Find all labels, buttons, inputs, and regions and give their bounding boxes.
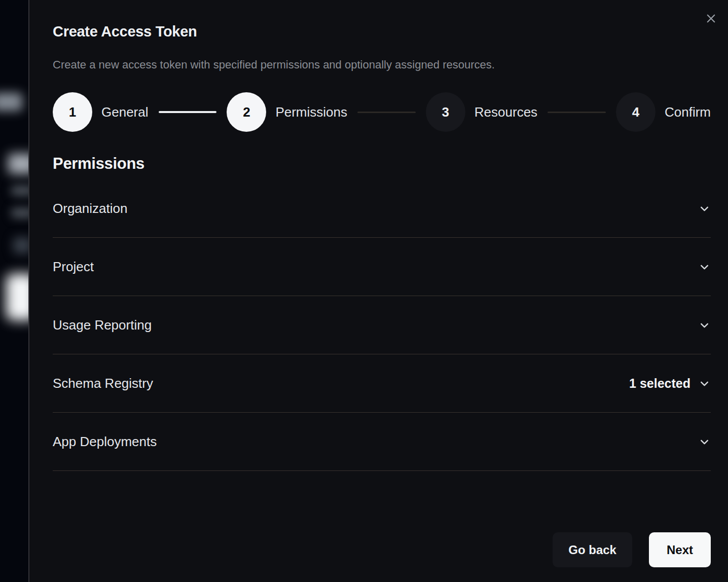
- create-access-token-dialog: Create Access Token Create a new access …: [28, 0, 728, 582]
- blurred-background-button: [6, 274, 28, 320]
- permission-group-list: Organization Project: [53, 179, 711, 471]
- step-label: Confirm: [665, 104, 711, 120]
- step-label: Permissions: [275, 104, 347, 120]
- permission-group-project[interactable]: Project: [53, 238, 711, 296]
- step-connector-upcoming: [548, 112, 606, 113]
- step-connector-complete: [159, 111, 217, 113]
- blurred-background-icon: [13, 237, 28, 253]
- stepper: 1 General 2 Permissions 3 Resources 4 Co…: [53, 92, 711, 132]
- background-page-strip: [0, 0, 28, 582]
- dialog-subtitle: Create a new access token with specified…: [53, 58, 711, 71]
- chevron-down-icon: [698, 319, 711, 332]
- permission-group-app-deployments[interactable]: App Deployments: [53, 413, 711, 471]
- permission-group-usage-reporting[interactable]: Usage Reporting: [53, 296, 711, 354]
- step-number-badge: 4: [616, 92, 656, 132]
- step-resources[interactable]: 3 Resources: [426, 92, 537, 132]
- group-row-right: [698, 435, 711, 448]
- group-row-right: [698, 202, 711, 215]
- group-label: App Deployments: [53, 434, 157, 450]
- group-row-right: [698, 319, 711, 332]
- dialog-footer: Go back Next: [553, 532, 711, 567]
- group-label: Schema Registry: [53, 376, 153, 391]
- close-button[interactable]: [703, 10, 719, 26]
- step-number-badge: 1: [53, 92, 92, 132]
- chevron-down-icon: [698, 202, 711, 215]
- step-number-badge: 3: [426, 92, 465, 132]
- permissions-section-heading: Permissions: [53, 155, 711, 173]
- blurred-background-line: [11, 208, 28, 218]
- chevron-down-icon: [698, 435, 711, 448]
- chevron-down-icon: [698, 261, 711, 273]
- go-back-button[interactable]: Go back: [553, 532, 632, 567]
- dialog-title: Create Access Token: [53, 23, 711, 40]
- permission-group-schema-registry[interactable]: Schema Registry 1 selected: [53, 354, 711, 413]
- blurred-background-text: [0, 93, 22, 111]
- group-row-right: 1 selected: [629, 376, 711, 391]
- blurred-background-line: [11, 186, 28, 196]
- selected-count-badge: 1 selected: [629, 376, 690, 391]
- close-icon: [705, 13, 717, 24]
- group-label: Project: [53, 259, 94, 275]
- step-number-badge: 2: [227, 92, 266, 132]
- step-connector-upcoming: [357, 112, 416, 113]
- step-confirm[interactable]: 4 Confirm: [616, 92, 711, 132]
- permission-group-organization[interactable]: Organization: [53, 179, 711, 238]
- group-row-right: [698, 261, 711, 273]
- step-general[interactable]: 1 General: [53, 92, 149, 132]
- chevron-down-icon: [698, 377, 711, 390]
- blurred-background-heading: [8, 154, 28, 174]
- step-label: Resources: [475, 104, 537, 120]
- next-button[interactable]: Next: [649, 532, 711, 567]
- group-label: Organization: [53, 201, 127, 216]
- step-label: General: [101, 104, 149, 120]
- step-permissions[interactable]: 2 Permissions: [227, 92, 347, 132]
- group-label: Usage Reporting: [53, 317, 152, 333]
